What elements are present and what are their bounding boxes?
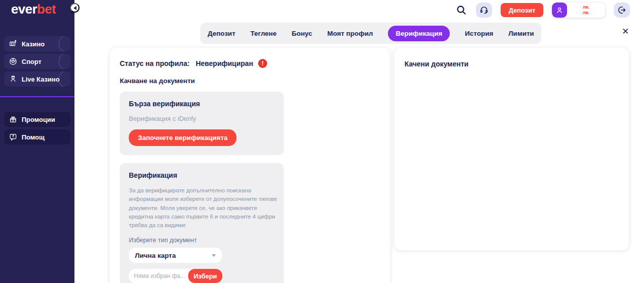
gift-icon — [9, 115, 17, 123]
sidebar-item-label: Помощ — [22, 133, 44, 141]
chevron-down-icon — [212, 254, 216, 257]
sidebar-item-label: Спорт — [22, 58, 41, 65]
browse-file-button[interactable]: Избери — [188, 269, 222, 283]
balance-line: лв. — [583, 10, 590, 16]
balance-line: лв. — [583, 5, 590, 10]
headset-icon — [479, 6, 489, 15]
tab-verification[interactable]: Верификация — [388, 26, 450, 41]
tab-withdraw[interactable]: Теглене — [251, 30, 277, 37]
verification-panel: Статус на профила: Неверифициран ! Качва… — [110, 48, 390, 283]
profile-status-row: Статус на профила: Неверифициран ! — [120, 59, 380, 68]
watermark-icon — [58, 36, 70, 51]
user-icon — [555, 6, 564, 14]
sidebar-item-label: Казино — [22, 40, 45, 48]
collapse-arrow-icon — [73, 6, 76, 10]
profile-tabbar: Депозит Теглене Бонус Моят профил Верифи… — [200, 23, 541, 44]
brand-logo[interactable]: everbet — [11, 2, 56, 17]
dealer-icon — [9, 75, 17, 83]
watermark-icon — [58, 72, 70, 87]
manual-verification-card: Верификация За да верифицирате допълните… — [120, 163, 284, 283]
logo-text-white: ever — [11, 2, 37, 17]
status-label: Статус на профила: — [120, 59, 190, 67]
sidebar: everbet Казино Спорт — [0, 0, 74, 283]
verification-title: Верификация — [129, 171, 275, 179]
tab-limits[interactable]: Лимити — [508, 30, 534, 37]
logout-button[interactable] — [614, 3, 630, 18]
deposit-button[interactable]: Депозит — [501, 3, 543, 17]
verification-description: За да верифицирате допълнително поискана… — [129, 186, 278, 230]
sidebar-primary-nav: Казино Спорт Live Казино — [0, 36, 74, 89]
tab-my-profile[interactable]: Моят профил — [328, 30, 373, 37]
alert-icon: ! — [258, 59, 267, 68]
quick-verification-title: Бърза верификация — [129, 100, 275, 108]
support-button[interactable] — [476, 3, 492, 18]
slot-machine-icon — [9, 40, 17, 48]
sidebar-collapse-button[interactable] — [70, 3, 79, 13]
file-picker-row: Избери — [129, 269, 222, 283]
sidebar-item-label: Промоции — [22, 116, 55, 123]
logout-icon — [617, 6, 626, 15]
tab-deposit[interactable]: Депозит — [208, 30, 235, 37]
balance-amounts: лв. лв. — [567, 3, 605, 18]
search-button[interactable] — [455, 4, 467, 16]
sidebar-secondary-nav: Промоции ? Помощ — [0, 112, 74, 147]
uploaded-documents-panel: Качени документи — [394, 48, 629, 250]
sidebar-item-casino[interactable]: Казино — [4, 36, 70, 51]
sidebar-divider — [0, 96, 74, 97]
quick-verification-card: Бърза верификация Верификация с iDenfy З… — [120, 92, 284, 155]
account-balance-pill[interactable]: лв. лв. — [552, 3, 605, 18]
status-value: Неверифициран — [196, 59, 253, 67]
svg-text:?: ? — [12, 134, 14, 138]
help-bubble-icon: ? — [9, 133, 17, 141]
sport-ball-icon — [9, 57, 17, 65]
search-icon — [455, 4, 467, 16]
idenfy-subtitle: Верификация с iDenfy — [129, 115, 275, 122]
sidebar-item-sport[interactable]: Спорт — [4, 54, 70, 69]
logo-text-red: bet — [37, 2, 56, 17]
sidebar-item-label: Live Казино — [22, 76, 59, 83]
header-actions: Депозит лв. лв. — [438, 2, 630, 18]
document-type-label: Изберете тип документ — [129, 237, 275, 244]
tab-history[interactable]: История — [465, 30, 493, 37]
sidebar-item-live-casino[interactable]: Live Казино — [4, 72, 70, 87]
avatar — [552, 3, 567, 18]
sidebar-item-promotions[interactable]: Промоции — [4, 112, 70, 127]
document-type-value: Лична карта — [135, 252, 176, 259]
upload-documents-label: Качване на документи — [120, 77, 380, 85]
file-name-field[interactable] — [129, 269, 188, 283]
tab-bonus[interactable]: Бонус — [292, 30, 312, 37]
watermark-icon — [58, 54, 70, 69]
sidebar-item-help[interactable]: ? Помощ — [4, 129, 70, 145]
uploaded-documents-title: Качени документи — [405, 60, 619, 68]
document-type-select[interactable]: Лична карта — [129, 248, 222, 263]
start-verification-button[interactable]: Започнете верификацията — [129, 129, 236, 146]
close-icon[interactable]: ✕ — [622, 26, 629, 37]
